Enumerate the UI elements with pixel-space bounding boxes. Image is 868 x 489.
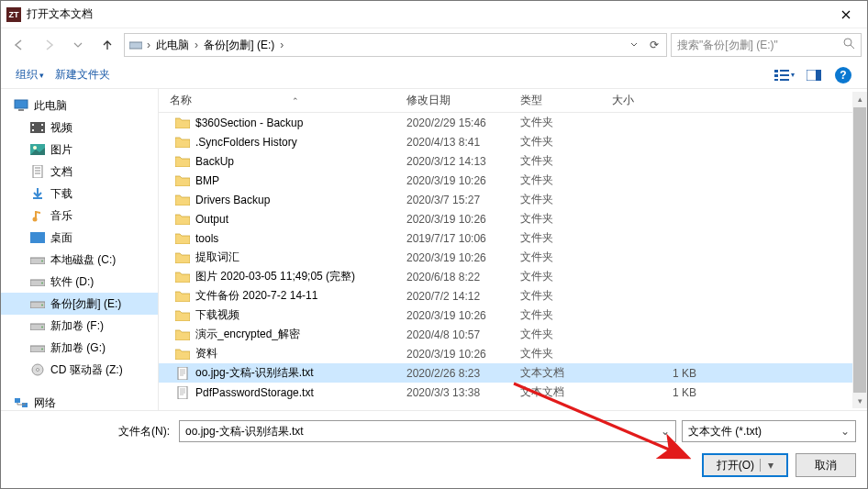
search-placeholder: 搜索"备份[勿删] (E:)" xyxy=(677,38,778,53)
cancel-button[interactable]: 取消 xyxy=(796,453,856,477)
sidebar-item[interactable]: 新加卷 (G:) xyxy=(1,337,158,359)
table-row[interactable]: PdfPasswordStorage.txt2020/3/3 13:38文本文档… xyxy=(159,383,867,402)
search-input[interactable]: 搜索"备份[勿删] (E:)" xyxy=(671,33,862,57)
svg-rect-4 xyxy=(774,74,778,77)
folder-icon xyxy=(175,117,190,129)
file-name: oo.jpg-文稿-识别结果.txt xyxy=(195,365,314,381)
help-button[interactable]: ? xyxy=(829,64,858,86)
sidebar-item[interactable]: 此电脑 xyxy=(1,94,158,117)
table-row[interactable]: oo.jpg-文稿-识别结果.txt2020/2/26 8:23文本文档1 KB xyxy=(159,363,867,383)
back-button[interactable] xyxy=(6,33,32,57)
sidebar-item[interactable]: 图片 xyxy=(1,139,158,161)
breadcrumb-seg-0[interactable]: 此电脑 xyxy=(152,38,193,53)
chevron-down-icon[interactable]: ⌄ xyxy=(840,425,850,438)
file-name: 提取词汇 xyxy=(195,250,239,265)
file-date: 2020/3/19 10:26 xyxy=(395,251,509,264)
table-row[interactable]: BMP2020/3/19 10:26文件夹 xyxy=(159,171,867,190)
drive-icon xyxy=(30,252,45,267)
preview-pane-button[interactable] xyxy=(799,64,829,86)
sidebar-item[interactable]: 网络 xyxy=(1,392,158,410)
recent-button[interactable] xyxy=(65,33,91,57)
table-row[interactable]: Drivers Backup2020/3/7 15:27文件夹 xyxy=(159,190,867,209)
scroll-thumb[interactable] xyxy=(853,107,866,393)
chevron-right-icon[interactable]: › xyxy=(278,39,285,51)
organize-menu[interactable]: 组织 ▾ xyxy=(10,67,50,83)
table-row[interactable]: .SyncFolders History2020/4/13 8:41文件夹 xyxy=(159,132,867,151)
svg-rect-14 xyxy=(32,129,34,131)
folder-icon xyxy=(175,271,190,283)
column-name[interactable]: 名称⌃ xyxy=(159,93,395,108)
sidebar-item[interactable]: 软件 (D:) xyxy=(1,271,158,293)
table-row[interactable]: 文件备份 2020-7-2 14-112020/7/2 14:12文件夹 xyxy=(159,286,867,306)
sidebar-item-label: 新加卷 (G:) xyxy=(50,340,106,356)
table-row[interactable]: 图片 2020-03-05 11;49;05 (完整)2020/6/18 8:2… xyxy=(159,267,867,286)
open-split-dropdown[interactable]: ▾ xyxy=(760,459,773,472)
file-type: 文件夹 xyxy=(509,134,601,150)
table-row[interactable]: 演示_encrypted_解密2020/4/8 10:57文件夹 xyxy=(159,325,867,344)
new-folder-button[interactable]: 新建文件夹 xyxy=(50,67,116,83)
chevron-right-icon[interactable]: › xyxy=(193,39,200,51)
table-row[interactable]: 下载视频2020/3/19 10:26文件夹 xyxy=(159,306,867,325)
svg-rect-9 xyxy=(816,70,821,81)
sidebar: 此电脑视频图片文档下载音乐桌面本地磁盘 (C:)软件 (D:)备份[勿删] (E… xyxy=(1,89,159,410)
sidebar-item[interactable]: 新加卷 (F:) xyxy=(1,315,158,337)
file-name: 演示_encrypted_解密 xyxy=(195,327,300,342)
column-type[interactable]: 类型 xyxy=(509,93,601,108)
filename-input[interactable]: oo.jpg-文稿-识别结果.txt ⌄ xyxy=(179,420,676,442)
table-row[interactable]: 资料2020/3/19 10:26文件夹 xyxy=(159,344,867,363)
vertical-scrollbar[interactable]: ▴ ▾ xyxy=(852,92,867,408)
sidebar-item[interactable]: 备份[勿删] (E:) xyxy=(1,293,158,315)
cd-icon xyxy=(30,362,45,377)
sidebar-item[interactable]: 本地磁盘 (C:) xyxy=(1,249,158,271)
view-mode-button[interactable]: ▾ xyxy=(770,64,799,86)
sidebar-item[interactable]: 视频 xyxy=(1,117,158,139)
up-button[interactable] xyxy=(95,33,120,57)
scroll-up-button[interactable]: ▴ xyxy=(852,92,867,106)
file-date: 2020/3/19 10:26 xyxy=(395,309,509,322)
file-size: 1 KB xyxy=(601,367,711,380)
breadcrumb-dropdown[interactable] xyxy=(624,39,644,51)
chevron-right-icon[interactable]: › xyxy=(145,39,152,51)
table-row[interactable]: BackUp2020/3/12 14:13文件夹 xyxy=(159,151,867,171)
column-size[interactable]: 大小 xyxy=(601,93,711,108)
refresh-button[interactable]: ⟳ xyxy=(644,39,664,51)
file-name: Drivers Backup xyxy=(195,194,270,206)
folder-icon xyxy=(175,155,190,168)
sidebar-item[interactable]: CD 驱动器 (Z:) xyxy=(1,359,158,381)
file-date: 2020/2/26 8:23 xyxy=(395,367,509,380)
search-icon[interactable] xyxy=(843,38,855,52)
close-button[interactable] xyxy=(825,1,867,28)
doc-icon xyxy=(30,164,45,179)
drive-icon xyxy=(30,274,45,289)
column-date[interactable]: 修改日期 xyxy=(395,93,509,108)
breadcrumb[interactable]: › 此电脑 › 备份[勿删] (E:) › ⟳ xyxy=(124,33,667,57)
table-row[interactable]: tools2019/7/17 10:06文件夹 xyxy=(159,228,867,248)
svg-point-26 xyxy=(41,283,43,284)
sidebar-item[interactable]: 音乐 xyxy=(1,205,158,227)
navbar: › 此电脑 › 备份[勿删] (E:) › ⟳ 搜索"备份[勿删] (E:)" xyxy=(1,28,867,61)
file-name: 下载视频 xyxy=(195,307,239,323)
sidebar-item-label: CD 驱动器 (Z:) xyxy=(50,362,123,378)
sidebar-item-label: 视频 xyxy=(50,120,72,136)
file-type: 文件夹 xyxy=(509,327,601,342)
file-type-filter[interactable]: 文本文件 (*.txt) ⌄ xyxy=(682,420,856,442)
sidebar-item[interactable]: 文档 xyxy=(1,161,158,183)
file-type: 文件夹 xyxy=(509,307,601,323)
sidebar-item[interactable]: 桌面 xyxy=(1,227,158,249)
file-name: 图片 2020-03-05 11;49;05 (完整) xyxy=(195,269,355,284)
svg-rect-6 xyxy=(774,79,778,81)
chevron-down-icon[interactable]: ⌄ xyxy=(661,425,670,438)
forward-button[interactable] xyxy=(36,33,61,57)
folder-icon xyxy=(175,348,190,361)
svg-point-24 xyxy=(41,261,43,262)
scroll-down-button[interactable]: ▾ xyxy=(852,394,867,408)
open-button[interactable]: 打开(O) ▾ xyxy=(702,453,788,477)
table-row[interactable]: 提取词汇2020/3/19 10:26文件夹 xyxy=(159,248,867,267)
sidebar-item[interactable]: 下载 xyxy=(1,183,158,205)
breadcrumb-seg-1[interactable]: 备份[勿删] (E:) xyxy=(200,38,278,53)
table-row[interactable]: $360Section - Backup2020/2/29 15:46文件夹 xyxy=(159,113,867,132)
table-row[interactable]: Output2020/3/19 10:26文件夹 xyxy=(159,209,867,228)
file-area: 名称⌃ 修改日期 类型 大小 $360Section - Backup2020/… xyxy=(159,89,867,410)
file-type: 文件夹 xyxy=(509,211,601,227)
video-icon xyxy=(30,120,45,135)
